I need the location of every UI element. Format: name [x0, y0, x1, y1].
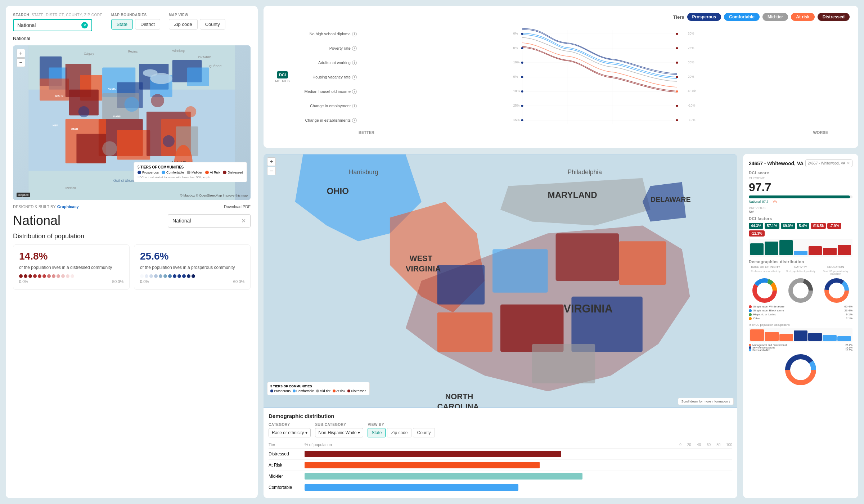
view-county-button[interactable]: County — [200, 19, 225, 30]
svg-text:Philadelphia: Philadelphia — [567, 168, 602, 176]
view-zipcode-button-2[interactable]: Zip code — [387, 428, 411, 437]
viewby-label: VIEW BY — [368, 423, 435, 427]
factor-bar-7 — [838, 245, 851, 255]
legend-note: * DCI not calculated for areas with fewe… — [138, 176, 243, 179]
view-state-button[interactable]: State — [368, 428, 386, 437]
map-container: United States Gulf of Mexico Mexico Calg… — [13, 45, 251, 200]
legend-dot-atrisk — [205, 171, 209, 174]
legend-pct-black: 23.4% — [844, 309, 852, 312]
bottom-zoom-in[interactable]: + — [267, 157, 276, 166]
bottom-legend-label-distressed: Distressed — [351, 389, 366, 393]
map-view-btn-group: Zip code County — [169, 19, 225, 30]
category-select[interactable]: Race or ethnicity ▾ — [269, 428, 311, 437]
legend-label-comfortable: Comfortable — [166, 171, 184, 174]
legend-item-other: Other 2.1% — [749, 316, 852, 320]
current-label: CURRENT — [749, 176, 852, 180]
demographics-panel: Demographic distribution CATEGORY Race o… — [264, 408, 737, 498]
national-score-label: National — [749, 200, 761, 203]
sub-label-education: % of US population by education — [819, 270, 852, 275]
svg-point-25 — [151, 94, 164, 107]
tier-badge-midtier[interactable]: Mid-tier — [762, 13, 788, 21]
tick-prosperous-1 — [521, 33, 523, 35]
pc-line-atrisk-1 — [522, 43, 677, 87]
metric-poverty-rate: Poverty rate i — [296, 46, 357, 51]
table-row-distressed: Distressed — [269, 449, 732, 460]
search-clear-button[interactable]: ✕ — [81, 22, 88, 28]
bottom-map-zoom: + − — [267, 157, 276, 175]
view-county-button-2[interactable]: County — [413, 428, 435, 437]
svg-text:NEBR.: NEBR. — [108, 87, 116, 90]
detail-search-clear-icon[interactable]: ✕ — [847, 161, 850, 166]
meta-row: DESIGNED & BUILT BY Graphicacy Download … — [13, 204, 251, 209]
tier-badge-comfortable[interactable]: Comfortable — [724, 13, 760, 21]
factor-card-2: 57.1% — [765, 223, 779, 229]
donut-nativity-wrap — [785, 278, 816, 303]
inline-search-clear[interactable]: ✕ — [241, 217, 246, 224]
svg-text:-10%: -10% — [688, 104, 696, 107]
view-zipcode-button[interactable]: Zip code — [169, 19, 198, 30]
svg-text:Mexico: Mexico — [66, 186, 76, 190]
scale-0: 0 — [679, 443, 681, 447]
boundary-state-button[interactable]: State — [111, 19, 133, 30]
virginia-map-svg: OHIO WEST VIRGINIA MARYLAND DELAWARE VIR… — [264, 154, 737, 408]
bottom-map-container: OHIO WEST VIRGINIA MARYLAND DELAWARE VIR… — [264, 154, 737, 408]
svg-text:25%: 25% — [513, 104, 520, 107]
metric-no-hs-diploma: No high school diploma i — [296, 32, 357, 36]
legend-item-distressed: Distressed — [223, 171, 243, 174]
scale-80: 80 — [716, 443, 720, 447]
svg-text:15%: 15% — [513, 118, 520, 122]
demo-controls: CATEGORY Race or ethnicity ▾ SUB-CATEGOR… — [269, 423, 732, 437]
race-legend-list: Single race, White alone 65.4% Single ra… — [749, 305, 852, 320]
va-county-8 — [532, 344, 595, 384]
bottom-zoom-out[interactable]: − — [267, 167, 276, 175]
zoom-out-button[interactable]: − — [17, 58, 25, 67]
info-icon-income: i — [352, 89, 357, 94]
tier-bar-distressed — [305, 451, 732, 457]
svg-rect-5 — [40, 78, 69, 100]
donut-race-chart — [752, 278, 777, 303]
previous-label: PREVIOUS — [749, 206, 852, 210]
inline-search-box[interactable]: National ✕ — [168, 214, 251, 228]
tier-badge-prosperous[interactable]: Prosperous — [687, 13, 721, 21]
info-icon-estab: i — [352, 118, 357, 123]
factor-bar-1 — [750, 243, 764, 256]
scale-marks: 0 20 40 60 80 100 — [679, 443, 732, 447]
svg-text:Regina: Regina — [128, 50, 138, 53]
edu-bar-2 — [765, 332, 778, 341]
zoom-in-button[interactable]: + — [17, 49, 25, 58]
designed-by: DESIGNED & BUILT BY Graphicacy — [13, 204, 79, 209]
legend-label-white: Single race, White alone — [753, 305, 784, 308]
detail-search-box[interactable]: 24657 - Whitewood, VA ✕ — [805, 159, 852, 167]
download-pdf-button[interactable]: Download PDF — [224, 204, 251, 209]
svg-text:QUÉBEC: QUÉBEC — [209, 64, 222, 68]
category-label: CATEGORY — [269, 423, 311, 427]
search-input[interactable] — [17, 22, 81, 28]
tier-badge-distressed[interactable]: Distressed — [818, 13, 850, 21]
svg-text:CAROLINA: CAROLINA — [437, 402, 479, 408]
search-label-text: SEARCH — [13, 13, 29, 17]
category-group: CATEGORY Race or ethnicity ▾ — [269, 423, 311, 437]
prosperous-desc: of the population lives in a prosperous … — [140, 265, 235, 270]
legend-dot-hispanic — [749, 313, 752, 316]
tick-prosperous-5 — [521, 90, 523, 93]
bottom-legend-dot-distressed — [347, 390, 350, 392]
factor-card-5: #16.5k — [811, 223, 826, 229]
tier-badge-atrisk[interactable]: At risk — [791, 13, 814, 21]
legend-item-black: Single race, Black alone 23.4% — [749, 309, 852, 312]
va-county-5 — [437, 312, 493, 352]
boundaries-label: MAP BOUNDARIES — [111, 13, 160, 17]
legend-dot-other — [749, 317, 752, 320]
boundary-district-button[interactable]: District — [135, 19, 160, 30]
detail-location: 24657 - Whitewood, VA — [749, 161, 804, 166]
page-title: National — [13, 213, 60, 228]
donut-nativity-chart — [788, 278, 813, 303]
tiers-panel: Tiers Prosperous Comfortable Mid-tier At… — [264, 6, 858, 148]
legend-item-white: Single race, White alone 65.4% — [749, 305, 852, 309]
boundary-btn-group: State District — [111, 19, 160, 30]
subcategory-select[interactable]: Non-Hispanic White ▾ — [315, 428, 363, 437]
occ-label-2: Service occupations — [752, 346, 775, 349]
distressed-range: 0.0% 50.0% — [19, 279, 123, 284]
legend-dot-prosperous — [138, 171, 141, 174]
tier-bar-fill-midtier — [305, 473, 582, 480]
svg-text:25%: 25% — [688, 46, 694, 50]
